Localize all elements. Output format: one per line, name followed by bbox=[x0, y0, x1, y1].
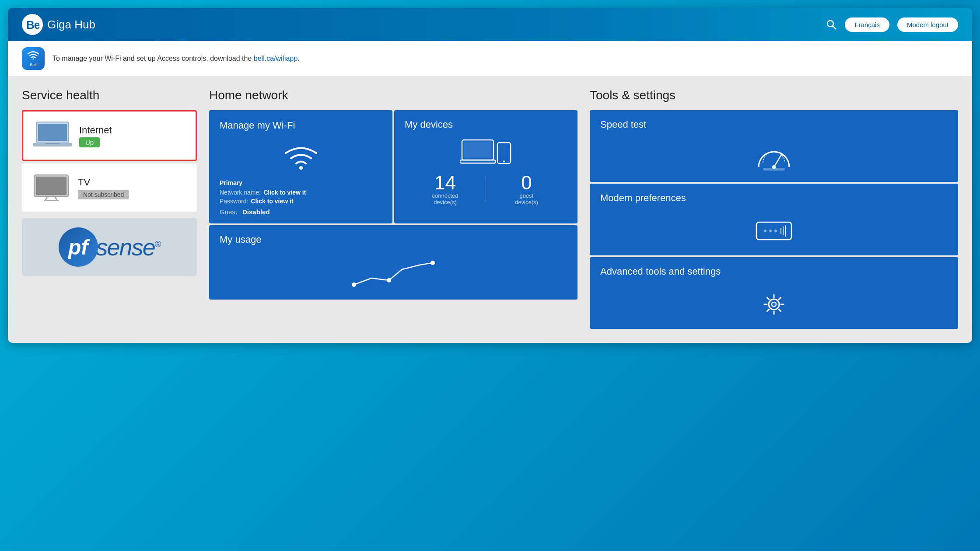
tv-service-info: TV Not subscribed bbox=[78, 177, 129, 199]
main-content: Service health Internet Up bbox=[8, 76, 972, 343]
wifi-app-banner: Bell To manage your Wi-Fi and set up Acc… bbox=[8, 41, 972, 76]
svg-rect-25 bbox=[756, 222, 791, 240]
svg-line-11 bbox=[55, 197, 57, 200]
advanced-tools-title: Advanced tools and settings bbox=[600, 266, 721, 277]
internet-service-card[interactable]: Internet Up bbox=[22, 110, 197, 161]
svg-point-18 bbox=[503, 160, 505, 162]
svg-line-10 bbox=[46, 197, 47, 200]
speedometer-icon bbox=[754, 141, 794, 171]
network-name-label: Network name: bbox=[220, 189, 261, 196]
bell-app-icon: Bell bbox=[22, 47, 45, 70]
logout-button[interactable]: Modem logout bbox=[897, 17, 958, 32]
svg-point-33 bbox=[772, 302, 776, 307]
guest-row: Guest Disabled bbox=[220, 208, 382, 216]
advanced-tools-card[interactable]: Advanced tools and settings bbox=[590, 257, 958, 329]
svg-rect-24 bbox=[763, 168, 785, 171]
svg-rect-7 bbox=[45, 143, 60, 144]
svg-line-39 bbox=[779, 309, 780, 311]
tools-section: Tools & settings Speed test bbox=[590, 88, 958, 329]
network-name-value[interactable]: Click to view it bbox=[263, 189, 306, 196]
svg-line-2 bbox=[833, 26, 836, 30]
password-label: Password: bbox=[220, 198, 248, 205]
svg-line-22 bbox=[774, 155, 781, 167]
wifiapp-link[interactable]: bell.ca/wifiapp bbox=[254, 55, 298, 62]
svg-rect-16 bbox=[460, 160, 496, 163]
svg-point-20 bbox=[387, 278, 391, 282]
internet-service-info: Internet Up bbox=[79, 125, 112, 146]
modem-preferences-card[interactable]: Modem preferences bbox=[590, 184, 958, 255]
speed-test-title: Speed test bbox=[600, 119, 646, 130]
guest-value: Disabled bbox=[242, 208, 270, 216]
my-usage-card[interactable]: My usage bbox=[209, 225, 578, 300]
manage-wifi-card[interactable]: Manage my Wi-Fi Primary bbox=[209, 110, 392, 223]
password-row: Password: Click to view it bbox=[220, 198, 382, 205]
header-title: Giga Hub bbox=[47, 18, 95, 31]
home-network-top-row: Manage my Wi-Fi Primary bbox=[209, 110, 578, 223]
guest-count: 0 bbox=[486, 173, 567, 192]
svg-point-28 bbox=[774, 230, 777, 232]
wifi-card-title: Manage my Wi-Fi bbox=[220, 120, 295, 131]
pf-circle-icon: pf bbox=[59, 227, 98, 267]
home-network-cards: Manage my Wi-Fi Primary bbox=[209, 110, 578, 300]
wifi-large-icon bbox=[281, 141, 321, 171]
tv-icon bbox=[32, 172, 71, 203]
internet-label: Internet bbox=[79, 125, 112, 136]
usage-chart bbox=[350, 258, 437, 291]
speed-test-card[interactable]: Speed test bbox=[590, 110, 958, 182]
header-right: Français Modem logout bbox=[826, 17, 958, 32]
svg-point-26 bbox=[764, 230, 766, 232]
gear-icon bbox=[756, 288, 791, 318]
home-network-section: Home network Manage my Wi-Fi bbox=[209, 88, 578, 329]
service-health-section: Service health Internet Up bbox=[22, 88, 197, 329]
network-name-row: Network name: Click to view it bbox=[220, 189, 382, 196]
laptop-icon bbox=[33, 120, 72, 151]
app-bell-label: Bell bbox=[30, 63, 36, 67]
guest-label: Guest bbox=[220, 208, 237, 216]
wifi-icon bbox=[28, 51, 39, 62]
svg-rect-17 bbox=[497, 143, 511, 164]
bell-brand-icon: Bell bbox=[22, 14, 43, 35]
internet-status-badge: Up bbox=[79, 137, 100, 147]
header: Bell Giga Hub Français Modem logout bbox=[8, 8, 972, 41]
tools-title: Tools & settings bbox=[590, 88, 958, 102]
primary-label: Primary bbox=[220, 179, 382, 186]
modem-icon bbox=[752, 214, 796, 245]
pfsense-logo: pf sense® bbox=[59, 227, 161, 267]
svg-point-13 bbox=[299, 166, 303, 170]
devices-card-title: My devices bbox=[405, 119, 453, 130]
tv-label: TV bbox=[78, 177, 129, 188]
tv-status-badge: Not subscribed bbox=[78, 190, 129, 199]
svg-point-27 bbox=[769, 230, 772, 232]
svg-point-32 bbox=[769, 299, 779, 310]
banner-text: To manage your Wi-Fi and set up Access c… bbox=[52, 55, 300, 63]
modem-prefs-title: Modem preferences bbox=[600, 192, 686, 204]
svg-line-40 bbox=[779, 297, 780, 299]
service-health-title: Service health bbox=[22, 88, 197, 102]
svg-rect-15 bbox=[464, 142, 492, 158]
bell-logo: Bell Giga Hub bbox=[22, 14, 95, 35]
pfsense-logo-area: pf sense® bbox=[22, 218, 197, 276]
svg-line-38 bbox=[767, 297, 769, 299]
guest-devices-group: 0 guestdevice(s) bbox=[486, 173, 567, 206]
app-container: Bell Giga Hub Français Modem logout bbox=[8, 8, 972, 343]
language-button[interactable]: Français bbox=[845, 17, 889, 32]
guest-device-label: guestdevice(s) bbox=[486, 192, 567, 206]
svg-text:Bell: Bell bbox=[26, 18, 39, 31]
usage-card-title: My usage bbox=[220, 234, 261, 245]
svg-point-21 bbox=[430, 261, 435, 265]
svg-rect-9 bbox=[36, 177, 66, 195]
svg-point-1 bbox=[827, 21, 833, 27]
password-value[interactable]: Click to view it bbox=[251, 198, 293, 205]
sense-text: sense® bbox=[94, 234, 161, 261]
tools-grid: Speed test Modem prefere bbox=[590, 110, 958, 329]
svg-line-41 bbox=[767, 309, 769, 311]
svg-point-19 bbox=[352, 282, 356, 287]
search-button[interactable] bbox=[826, 19, 837, 30]
svg-rect-5 bbox=[38, 124, 67, 141]
connected-devices-group: 14 connecteddevice(s) bbox=[405, 173, 486, 206]
wifi-primary-section: Primary Network name: Click to view it P… bbox=[220, 179, 382, 216]
my-devices-card[interactable]: My devices bbox=[394, 110, 578, 223]
svg-point-3 bbox=[33, 58, 34, 59]
home-network-title: Home network bbox=[209, 88, 578, 102]
tv-service-card[interactable]: TV Not subscribed bbox=[22, 164, 197, 212]
